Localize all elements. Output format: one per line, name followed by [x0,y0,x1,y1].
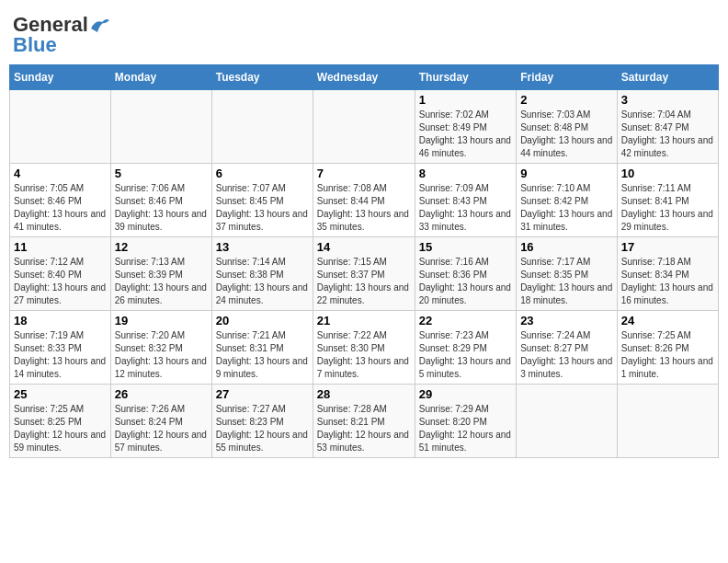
day-info: Sunrise: 7:12 AM Sunset: 8:40 PM Dayligh… [14,256,107,307]
week-row-3: 11Sunrise: 7:12 AM Sunset: 8:40 PM Dayli… [10,237,719,311]
day-header-sunday: Sunday [10,65,111,90]
day-number: 6 [216,167,309,180]
week-row-4: 18Sunrise: 7:19 AM Sunset: 8:33 PM Dayli… [10,311,719,385]
day-info: Sunrise: 7:21 AM Sunset: 8:31 PM Dayligh… [216,329,309,381]
day-header-thursday: Thursday [415,65,516,90]
day-info: Sunrise: 7:02 AM Sunset: 8:49 PM Dayligh… [419,109,512,160]
day-number: 8 [419,167,512,180]
calendar-cell: 9Sunrise: 7:10 AM Sunset: 8:42 PM Daylig… [517,164,618,237]
day-info: Sunrise: 7:18 AM Sunset: 8:34 PM Dayligh… [621,256,714,307]
day-number: 17 [621,240,714,254]
calendar-cell: 12Sunrise: 7:13 AM Sunset: 8:39 PM Dayli… [110,237,211,311]
day-info: Sunrise: 7:26 AM Sunset: 8:24 PM Dayligh… [115,403,208,454]
calendar-cell: 5Sunrise: 7:06 AM Sunset: 8:46 PM Daylig… [110,164,211,237]
day-number: 7 [317,167,411,180]
day-info: Sunrise: 7:24 AM Sunset: 8:27 PM Dayligh… [520,329,613,381]
calendar-cell [10,90,111,164]
day-header-tuesday: Tuesday [211,65,313,90]
calendar-cell [110,90,211,164]
day-header-monday: Monday [110,65,211,90]
day-number: 24 [621,314,714,327]
day-number: 12 [115,240,208,254]
day-number: 2 [520,93,613,107]
day-number: 14 [317,240,411,254]
calendar-cell: 23Sunrise: 7:24 AM Sunset: 8:27 PM Dayli… [517,311,618,385]
day-number: 19 [115,314,208,327]
day-number: 16 [520,240,613,254]
calendar-cell [211,90,313,164]
day-number: 18 [14,314,107,327]
day-number: 1 [419,93,512,107]
day-info: Sunrise: 7:20 AM Sunset: 8:32 PM Dayligh… [115,329,208,381]
calendar-cell: 2Sunrise: 7:03 AM Sunset: 8:48 PM Daylig… [517,90,618,164]
calendar-cell: 10Sunrise: 7:11 AM Sunset: 8:41 PM Dayli… [617,164,718,237]
day-number: 28 [317,387,411,401]
calendar-cell: 13Sunrise: 7:14 AM Sunset: 8:38 PM Dayli… [211,237,313,311]
day-number: 26 [115,387,208,401]
calendar-cell: 6Sunrise: 7:07 AM Sunset: 8:45 PM Daylig… [211,164,313,237]
day-info: Sunrise: 7:13 AM Sunset: 8:39 PM Dayligh… [115,256,208,307]
day-number: 13 [216,240,309,254]
day-info: Sunrise: 7:14 AM Sunset: 8:38 PM Dayligh… [216,256,309,307]
calendar-cell: 8Sunrise: 7:09 AM Sunset: 8:43 PM Daylig… [415,164,516,237]
day-number: 27 [216,387,309,401]
day-info: Sunrise: 7:17 AM Sunset: 8:35 PM Dayligh… [520,256,613,307]
day-info: Sunrise: 7:04 AM Sunset: 8:47 PM Dayligh… [621,109,714,160]
day-info: Sunrise: 7:28 AM Sunset: 8:21 PM Dayligh… [317,403,411,454]
calendar-cell: 11Sunrise: 7:12 AM Sunset: 8:40 PM Dayli… [10,237,111,311]
calendar-cell: 7Sunrise: 7:08 AM Sunset: 8:44 PM Daylig… [313,164,415,237]
day-info: Sunrise: 7:27 AM Sunset: 8:23 PM Dayligh… [216,403,309,454]
day-number: 29 [419,387,512,401]
day-header-friday: Friday [517,65,618,90]
logo-bird-icon [89,17,109,32]
day-header-saturday: Saturday [617,65,718,90]
day-info: Sunrise: 7:29 AM Sunset: 8:20 PM Dayligh… [419,403,512,454]
day-info: Sunrise: 7:07 AM Sunset: 8:45 PM Dayligh… [216,182,309,234]
day-info: Sunrise: 7:05 AM Sunset: 8:46 PM Dayligh… [14,182,107,234]
week-row-1: 1Sunrise: 7:02 AM Sunset: 8:49 PM Daylig… [10,90,719,164]
day-info: Sunrise: 7:15 AM Sunset: 8:37 PM Dayligh… [317,256,411,307]
calendar-cell: 24Sunrise: 7:25 AM Sunset: 8:26 PM Dayli… [617,311,718,385]
day-number: 15 [419,240,512,254]
calendar-cell [617,385,718,458]
calendar-cell: 29Sunrise: 7:29 AM Sunset: 8:20 PM Dayli… [415,385,516,458]
day-info: Sunrise: 7:10 AM Sunset: 8:42 PM Dayligh… [520,182,613,234]
day-info: Sunrise: 7:08 AM Sunset: 8:44 PM Dayligh… [317,182,411,234]
day-info: Sunrise: 7:25 AM Sunset: 8:25 PM Dayligh… [14,403,107,454]
day-header-wednesday: Wednesday [313,65,415,90]
day-number: 4 [14,167,107,180]
day-number: 9 [520,167,613,180]
week-row-5: 25Sunrise: 7:25 AM Sunset: 8:25 PM Dayli… [10,385,719,458]
day-info: Sunrise: 7:11 AM Sunset: 8:41 PM Dayligh… [621,182,714,234]
day-info: Sunrise: 7:19 AM Sunset: 8:33 PM Dayligh… [14,329,107,381]
calendar-header-row: SundayMondayTuesdayWednesdayThursdayFrid… [10,65,719,90]
calendar-cell: 19Sunrise: 7:20 AM Sunset: 8:32 PM Dayli… [110,311,211,385]
calendar-cell: 20Sunrise: 7:21 AM Sunset: 8:31 PM Dayli… [211,311,313,385]
day-number: 25 [14,387,107,401]
calendar-cell: 3Sunrise: 7:04 AM Sunset: 8:47 PM Daylig… [617,90,718,164]
day-info: Sunrise: 7:25 AM Sunset: 8:26 PM Dayligh… [621,329,714,381]
calendar-cell: 17Sunrise: 7:18 AM Sunset: 8:34 PM Dayli… [617,237,718,311]
day-number: 3 [621,93,714,107]
day-number: 11 [14,240,107,254]
day-info: Sunrise: 7:06 AM Sunset: 8:46 PM Dayligh… [115,182,208,234]
logo: General Blue [13,13,110,57]
calendar-cell: 28Sunrise: 7:28 AM Sunset: 8:21 PM Dayli… [313,385,415,458]
calendar-cell: 27Sunrise: 7:27 AM Sunset: 8:23 PM Dayli… [211,385,313,458]
calendar-cell: 15Sunrise: 7:16 AM Sunset: 8:36 PM Dayli… [415,237,516,311]
day-number: 5 [115,167,208,180]
day-number: 20 [216,314,309,327]
calendar-cell: 4Sunrise: 7:05 AM Sunset: 8:46 PM Daylig… [10,164,111,237]
calendar-cell: 25Sunrise: 7:25 AM Sunset: 8:25 PM Dayli… [10,385,111,458]
day-number: 23 [520,314,613,327]
calendar-cell: 22Sunrise: 7:23 AM Sunset: 8:29 PM Dayli… [415,311,516,385]
week-row-2: 4Sunrise: 7:05 AM Sunset: 8:46 PM Daylig… [10,164,719,237]
logo-blue-text: Blue [13,33,57,57]
page-header: General Blue [9,9,719,57]
day-number: 22 [419,314,512,327]
calendar-cell [313,90,415,164]
calendar-cell: 21Sunrise: 7:22 AM Sunset: 8:30 PM Dayli… [313,311,415,385]
calendar-cell [517,385,618,458]
calendar-cell: 26Sunrise: 7:26 AM Sunset: 8:24 PM Dayli… [110,385,211,458]
day-number: 10 [621,167,714,180]
